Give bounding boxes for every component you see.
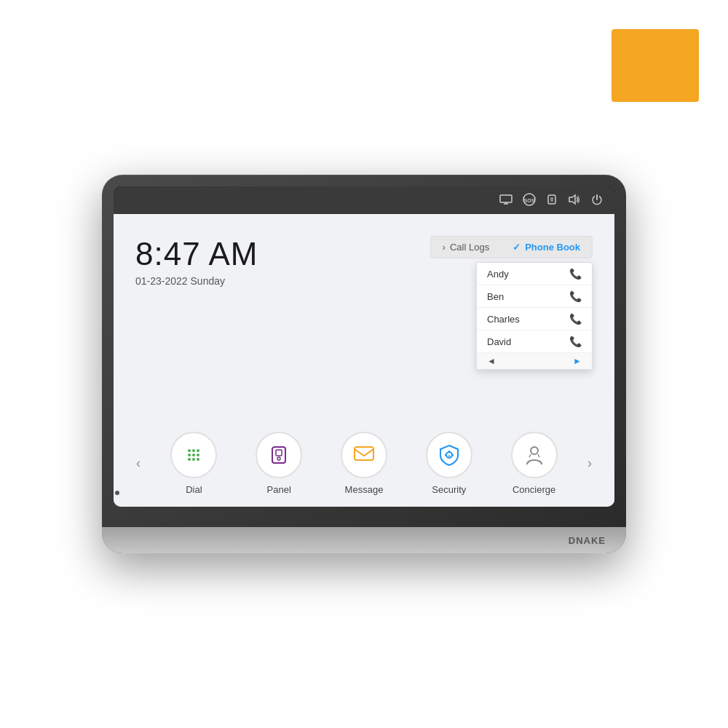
svg-rect-0 [500,195,512,202]
message-icon [353,446,375,464]
security-label: Security [432,484,466,495]
tab-call-logs-label: Call Logs [450,242,489,253]
dial-icon [183,444,205,466]
call-andy-icon[interactable]: 📞 [569,268,582,280]
svg-point-10 [188,449,191,452]
brand-logo: DNAKE [569,535,606,546]
svg-point-13 [188,454,191,456]
concierge-icon-circle [511,432,558,478]
svg-point-18 [197,458,199,461]
tab-call-logs[interactable]: › Call Logs [431,237,502,258]
dial-icon-circle [170,432,217,478]
date-display: 01-23-2022 Sunday [135,275,430,287]
svg-rect-20 [276,450,282,456]
top-area: 8:47 AM 01-23-2022 Sunday › Call Logs ✓ … [114,214,614,419]
contact-charles-name: Charles [487,314,520,325]
page-next-button[interactable]: ► [573,356,582,366]
power-icon[interactable] [591,194,603,207]
contact-charles[interactable]: Charles 📞 [477,308,592,331]
volume-icon[interactable] [568,194,581,207]
svg-line-29 [529,454,531,457]
svg-point-16 [188,458,191,461]
message-label: Message [345,484,384,495]
orange-accent [612,29,699,102]
bottom-apps-bar: ‹ [114,419,614,507]
sos-icon[interactable]: SOS [523,193,536,208]
page-prev-button[interactable]: ◄ [487,356,496,366]
tab-phone-book-check: ✓ [513,242,521,253]
security-icon-circle: + [426,432,472,478]
app-dial[interactable]: Dial [154,432,234,495]
svg-text:SOS: SOS [524,198,535,203]
svg-marker-9 [569,195,575,204]
svg-point-12 [197,449,199,452]
contact-david[interactable]: David 📞 [477,331,592,353]
svg-point-15 [197,454,199,456]
svg-point-28 [531,447,538,454]
contact-david-name: David [487,336,511,347]
tab-phone-book-label: Phone Book [525,242,580,253]
app-message[interactable]: Message [325,432,404,495]
call-david-icon[interactable]: 📞 [569,336,582,347]
panel-icon-circle [256,432,302,478]
svg-text:+: + [448,454,451,459]
contact-ben-name: Ben [487,291,504,302]
time-display: 8:47 AM [135,236,430,272]
status-bar: SOS [114,186,614,214]
concierge-label: Concierge [513,484,555,495]
tab-call-logs-arrow: › [443,242,446,253]
svg-point-11 [192,449,195,452]
tabs-row: › Call Logs ✓ Phone Book [430,236,593,258]
dropdown-section: › Call Logs ✓ Phone Book Andy 📞 [430,236,593,258]
contact-ben[interactable]: Ben 📞 [477,285,592,308]
concierge-icon [523,444,545,466]
device: SOS [102,175,626,553]
app-security[interactable]: + Security [409,432,488,495]
svg-point-17 [192,458,195,461]
svg-line-30 [538,454,539,457]
panel-icon [268,444,290,466]
intercom-icon[interactable] [546,194,558,207]
contact-andy[interactable]: Andy 📞 [477,263,592,285]
phonebook-panel: Andy 📞 Ben 📞 Charles 📞 David [476,262,593,370]
contact-andy-name: Andy [487,269,509,280]
nav-next-button[interactable]: › [579,453,600,473]
screen-content: 8:47 AM 01-23-2022 Sunday › Call Logs ✓ … [114,214,614,507]
message-icon-circle [341,432,387,478]
svg-point-21 [277,457,280,460]
svg-rect-22 [355,447,373,460]
monitor-icon[interactable] [499,194,513,207]
dial-label: Dial [186,484,202,495]
svg-point-14 [192,454,195,456]
screen-bezel: SOS [114,186,614,507]
call-charles-icon[interactable]: 📞 [569,313,582,325]
security-icon: + [439,444,459,466]
time-section: 8:47 AM 01-23-2022 Sunday [135,236,430,287]
panel-label: Panel [267,484,291,495]
nav-prev-button[interactable]: ‹ [128,453,149,473]
tab-phone-book[interactable]: ✓ Phone Book [501,237,592,258]
app-concierge[interactable]: Concierge [494,432,574,495]
dot-indicator [115,491,119,495]
app-panel[interactable]: Panel [240,432,319,495]
call-ben-icon[interactable]: 📞 [569,290,582,302]
phonebook-pagination: ◄ ► [477,353,592,369]
